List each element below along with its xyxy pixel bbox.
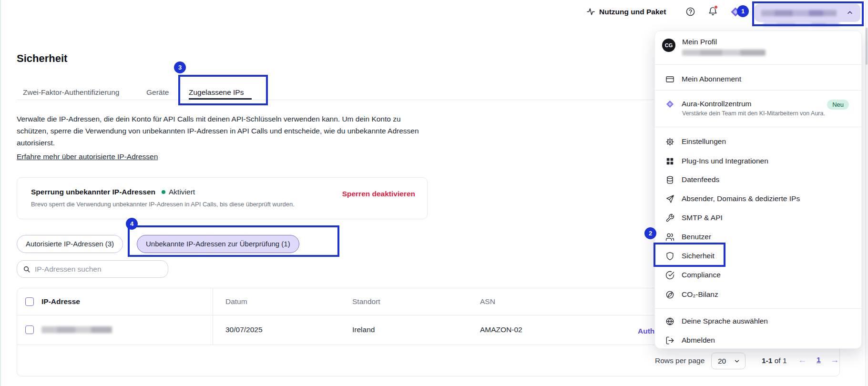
- blocking-card-title: Sperrung unbekannter IP-Adressen: [31, 188, 155, 196]
- col-date: Datum: [225, 288, 247, 315]
- menu-item-datafeeds[interactable]: Datenfeeds: [665, 173, 719, 186]
- col-location: Standort: [352, 288, 380, 315]
- neu-badge: Neu: [827, 100, 849, 110]
- annotation-box-1: [752, 1, 864, 26]
- logout-icon: [665, 336, 674, 345]
- settings-gear-icon: [665, 137, 674, 146]
- annotation-badge-4: 4: [126, 218, 138, 230]
- col-ip-address: IP-Adresse: [41, 288, 80, 315]
- ip-search-box: [17, 260, 168, 278]
- blurred-ip-address: [41, 326, 112, 333]
- pagination-next-arrow-icon[interactable]: →: [830, 355, 839, 365]
- smtp-wrench-icon: [665, 213, 674, 223]
- tab-devices[interactable]: Geräte: [146, 88, 169, 97]
- help-icon[interactable]: [685, 7, 695, 17]
- menu-item-co2[interactable]: CO₂-Bilanz: [665, 288, 718, 301]
- notification-dot: [714, 5, 718, 9]
- menu-item-users[interactable]: Benutzer: [665, 231, 711, 243]
- language-globe-icon: [665, 317, 674, 326]
- aura-diamond-icon: [665, 100, 674, 109]
- col-asn: ASN: [480, 288, 495, 315]
- tab-two-factor-auth[interactable]: Zwei-Faktor-Authentifizierung: [23, 88, 119, 97]
- security-settings-page: Nutzung und Paket Sicherheit: [0, 0, 868, 386]
- rows-per-page-select[interactable]: 20: [711, 353, 745, 369]
- menu-item-senders[interactable]: Absender, Domains & dedizierte IPs: [665, 193, 800, 205]
- menu-item-my-profile[interactable]: Mein Profil: [682, 38, 717, 46]
- column-divider: [213, 288, 213, 345]
- rows-per-page-value: 20: [718, 357, 726, 366]
- annotation-box-2: [654, 243, 725, 267]
- usage-label: Nutzung und Paket: [599, 8, 666, 16]
- search-icon: [23, 265, 31, 273]
- disable-blocking-button[interactable]: Sperren deaktivieren: [342, 190, 415, 198]
- menu-divider: [655, 127, 861, 127]
- annotation-badge-1: 1: [737, 5, 749, 17]
- cell-date: 30/07/2025: [225, 315, 263, 345]
- page-left-border: [0, 0, 1, 386]
- annotation-box-4: [128, 225, 339, 257]
- learn-more-link[interactable]: Erfahre mehr über autorisierte IP-Adress…: [17, 152, 158, 161]
- activity-icon: [586, 7, 595, 16]
- select-all-checkbox[interactable]: [25, 297, 34, 306]
- cell-location: Ireland: [352, 315, 375, 345]
- blocking-card-description: Brevo sperrt die Verwendung unbekannter …: [31, 201, 295, 208]
- pagination-of: of 1: [775, 356, 787, 365]
- menu-item-smtp-api[interactable]: SMTP & API: [665, 212, 723, 224]
- ip-blocking-card: Sperrung unbekannter IP-Adressen Aktivie…: [17, 177, 428, 219]
- filter-authorized-ips[interactable]: Autorisierte IP-Adressen (3): [17, 235, 123, 253]
- menu-item-subscription[interactable]: Mein Abonnement: [665, 73, 741, 85]
- menu-item-aura[interactable]: Aura-Kontrollzentrum: [665, 98, 751, 110]
- authorize-link-truncated[interactable]: Auth: [638, 327, 654, 335]
- menu-item-logout[interactable]: Abmelden: [665, 334, 715, 346]
- menu-item-plugins[interactable]: Plug-Ins und Integrationen: [665, 155, 768, 167]
- subscription-card-icon: [665, 75, 674, 84]
- annotation-badge-2: 2: [644, 227, 656, 239]
- chevron-down-icon: [734, 358, 740, 365]
- scrollbar[interactable]: [865, 0, 868, 386]
- menu-item-settings[interactable]: Einstellungen: [665, 135, 726, 148]
- annotation-box-3: [178, 75, 268, 105]
- menu-item-language[interactable]: Deine Sprache auswählen: [665, 315, 768, 327]
- pagination-page-1[interactable]: 1: [817, 356, 821, 364]
- notification-bell-icon[interactable]: [708, 6, 718, 16]
- menu-divider: [655, 64, 861, 65]
- scrollbar-thumb[interactable]: [866, 28, 868, 65]
- blurred-profile-email: [682, 50, 766, 56]
- status-dot: [162, 190, 165, 194]
- plugins-grid-icon: [665, 157, 674, 166]
- co2-leaf-icon: [665, 290, 674, 299]
- usage-and-plan-link[interactable]: Nutzung und Paket: [586, 7, 666, 16]
- users-icon: [665, 233, 674, 242]
- pagination-range: 1-1: [762, 356, 772, 365]
- annotation-badge-3: 3: [174, 61, 186, 73]
- avatar: CG: [662, 39, 675, 52]
- row-checkbox[interactable]: [25, 325, 34, 334]
- page-title: Sicherheit: [17, 52, 67, 65]
- account-dropdown-menu: CG Mein Profil Mein Abonnement Aura-Kont…: [654, 30, 862, 349]
- compliance-check-icon: [665, 271, 674, 280]
- menu-item-compliance[interactable]: Compliance: [665, 269, 721, 281]
- status-label: Aktiviert: [169, 188, 195, 196]
- pagination-prev-arrow-icon[interactable]: ←: [798, 355, 807, 365]
- senders-send-icon: [665, 194, 674, 203]
- page-description: Verwalte die IP-Adressen, die dein Konto…: [17, 113, 430, 149]
- menu-divider: [655, 308, 861, 309]
- aura-description: Verstärke dein Team mit den KI-Mitarbeit…: [682, 110, 825, 117]
- datafeeds-database-icon: [665, 175, 674, 184]
- search-input[interactable]: [35, 265, 162, 274]
- cell-asn: AMAZON-02: [480, 315, 522, 345]
- menu-divider: [655, 90, 861, 91]
- rows-per-page-label: Rows per page: [655, 356, 705, 365]
